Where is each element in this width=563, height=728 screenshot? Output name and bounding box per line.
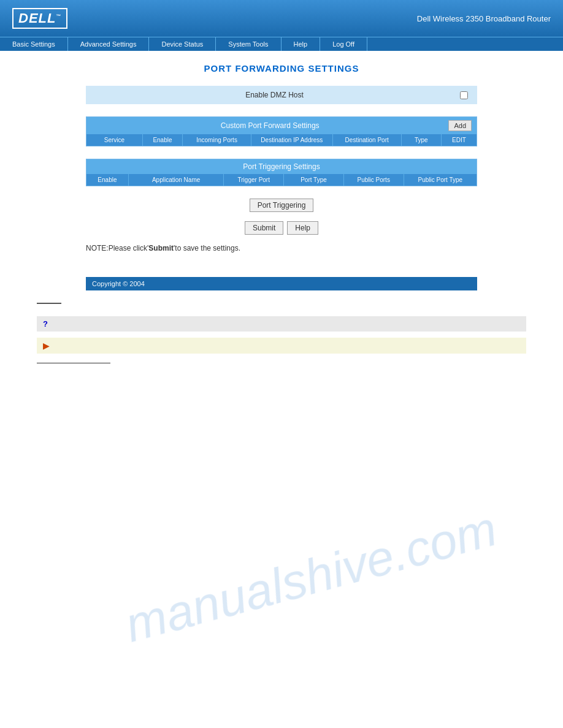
port-triggering-section: Port Triggering Settings Enable Applicat…	[86, 159, 477, 186]
dmz-section: Enable DMZ Host	[86, 86, 477, 104]
dmz-label: Enable DMZ Host	[95, 91, 454, 99]
col-edit: EDIT	[442, 134, 477, 146]
nav-device-status[interactable]: Device Status	[149, 37, 216, 51]
port-triggering-btn-wrap: Port Triggering	[86, 199, 477, 212]
port-triggering-button[interactable]: Port Triggering	[250, 199, 314, 212]
separator-line	[37, 303, 61, 304]
footer: Copyright © 2004	[86, 277, 477, 290]
dmz-checkbox[interactable]	[460, 91, 468, 99]
custom-port-forward-title: Custom Port Forward Settings	[91, 121, 448, 130]
col-dest-port: Destination Port	[333, 134, 402, 146]
header: DELL™ Dell Wireless 2350 Broadband Route…	[0, 0, 563, 37]
custom-port-forward-header: Custom Port Forward Settings Add	[86, 117, 477, 134]
col-pt-enable: Enable	[86, 174, 129, 186]
col-service: Service	[86, 134, 143, 146]
arrow-bar[interactable]: ▶	[37, 338, 526, 354]
dell-logo: DELL™	[12, 8, 67, 29]
add-button[interactable]: Add	[448, 120, 472, 131]
submit-button[interactable]: Submit	[245, 221, 283, 235]
col-pt-public: Public Ports	[344, 174, 404, 186]
copyright-text: Copyright © 2004	[92, 280, 145, 287]
col-pt-publictype: Public Port Type	[404, 174, 477, 186]
custom-port-forward-columns: Service Enable Incoming Ports Destinatio…	[86, 134, 477, 146]
col-pt-porttype: Port Type	[284, 174, 344, 186]
port-triggering-title: Port Triggering Settings	[91, 162, 472, 171]
question-bar[interactable]: ?	[37, 316, 526, 332]
port-triggering-header: Port Triggering Settings	[86, 159, 477, 174]
nav-help[interactable]: Help	[282, 37, 321, 51]
nav-bar: Basic Settings Advanced Settings Device …	[0, 37, 563, 51]
nav-advanced-settings[interactable]: Advanced Settings	[68, 37, 150, 51]
nav-system-tools[interactable]: System Tools	[216, 37, 281, 51]
help-button[interactable]: Help	[287, 221, 318, 235]
arrow-icon: ▶	[43, 341, 50, 351]
question-icon: ?	[43, 319, 48, 328]
action-buttons: Submit Help	[86, 221, 477, 235]
custom-port-forward-section: Custom Port Forward Settings Add Service…	[86, 116, 477, 146]
col-pt-appname: Application Name	[129, 174, 224, 186]
nav-logoff[interactable]: Log Off	[320, 37, 367, 51]
col-type: Type	[402, 134, 442, 146]
col-dest-ip: Destination IP Address	[251, 134, 332, 146]
main-content: PORT FORWARDING SETTINGS Enable DMZ Host…	[0, 51, 563, 277]
nav-basic-settings[interactable]: Basic Settings	[0, 37, 68, 51]
underline-link	[37, 363, 110, 363]
note-text: NOTE:Please click'Submit'to save the set…	[86, 244, 477, 252]
port-triggering-columns: Enable Application Name Trigger Port Por…	[86, 174, 477, 186]
header-title: Dell Wireless 2350 Broadband Router	[417, 14, 551, 23]
col-enable: Enable	[143, 134, 183, 146]
col-incoming-ports: Incoming Ports	[183, 134, 251, 146]
page-title: PORT FORWARDING SETTINGS	[86, 63, 477, 74]
col-pt-trigger: Trigger Port	[224, 174, 284, 186]
